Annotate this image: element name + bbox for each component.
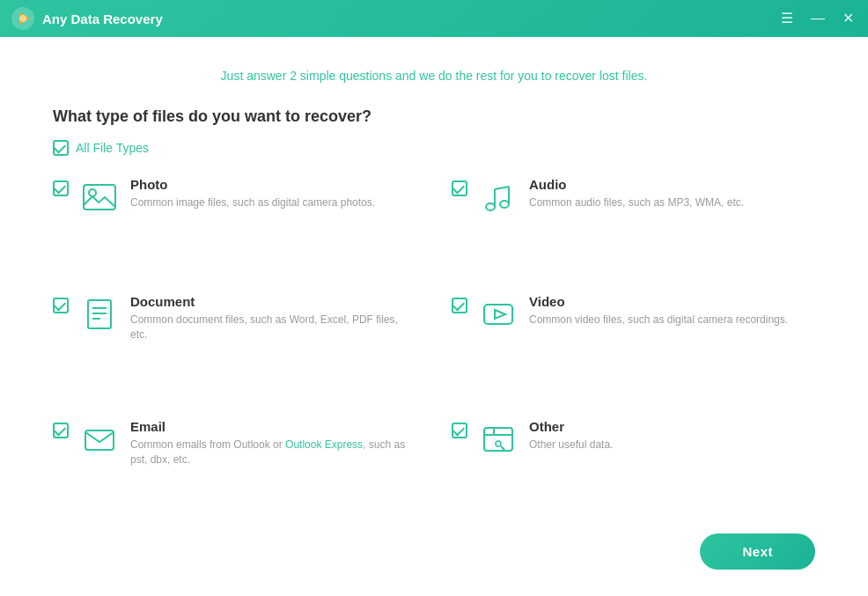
file-type-email: Email Common emails from Outlook or Outl… bbox=[53, 419, 416, 519]
maximize-button[interactable]: ☰ bbox=[777, 10, 797, 27]
document-name: Document bbox=[130, 294, 416, 309]
other-name: Other bbox=[529, 419, 815, 434]
other-checkbox[interactable] bbox=[452, 423, 467, 438]
file-type-other: Other Other useful data. bbox=[452, 419, 815, 519]
document-checkbox[interactable] bbox=[53, 298, 69, 313]
outlook-express-link[interactable]: Outlook Express bbox=[285, 438, 363, 451]
next-button[interactable]: Next bbox=[700, 533, 815, 570]
svg-rect-16 bbox=[85, 430, 114, 450]
file-type-video: Video Common video files, such as digita… bbox=[452, 294, 815, 394]
subtitle-text: Just answer 2 simple questions and we do… bbox=[53, 69, 815, 83]
video-desc: Common video files, such as digital came… bbox=[529, 313, 815, 327]
svg-marker-15 bbox=[495, 310, 505, 319]
document-desc: Common document files, such as Word, Exc… bbox=[130, 313, 416, 342]
file-type-audio: Audio Common audio files, such as MP3, W… bbox=[452, 177, 815, 269]
audio-text: Audio Common audio files, such as MP3, W… bbox=[529, 177, 815, 210]
audio-desc: Common audio files, such as MP3, WMA, et… bbox=[529, 195, 815, 210]
video-icon bbox=[478, 294, 519, 335]
titlebar-controls: ☰ — ✕ bbox=[777, 10, 857, 27]
video-checkbox[interactable] bbox=[452, 298, 467, 313]
email-desc: Common emails from Outlook or Outlook Ex… bbox=[130, 438, 416, 467]
file-types-grid: Photo Common image files, such as digita… bbox=[53, 177, 815, 519]
svg-line-9 bbox=[495, 187, 509, 189]
svg-rect-3 bbox=[84, 185, 115, 210]
minimize-button[interactable]: — bbox=[807, 10, 828, 27]
photo-desc: Common image files, such as digital came… bbox=[130, 195, 416, 210]
photo-name: Photo bbox=[130, 177, 416, 192]
svg-rect-14 bbox=[484, 305, 512, 324]
email-icon bbox=[79, 419, 120, 460]
titlebar-left: Any Data Recovery bbox=[11, 6, 163, 31]
all-file-types-row: All File Types bbox=[53, 140, 815, 156]
document-icon bbox=[79, 294, 120, 335]
audio-name: Audio bbox=[529, 177, 815, 192]
other-text: Other Other useful data. bbox=[529, 419, 815, 453]
email-name: Email bbox=[130, 419, 416, 434]
file-type-document: Document Common document files, such as … bbox=[53, 294, 416, 394]
all-file-types-checkbox[interactable] bbox=[53, 140, 69, 156]
audio-checkbox[interactable] bbox=[452, 180, 467, 196]
other-icon bbox=[478, 419, 519, 460]
app-title: Any Data Recovery bbox=[42, 11, 163, 26]
titlebar: Any Data Recovery ☰ — ✕ bbox=[0, 0, 868, 37]
main-content: Just answer 2 simple questions and we do… bbox=[0, 37, 868, 596]
svg-point-2 bbox=[19, 15, 26, 22]
svg-rect-17 bbox=[484, 428, 512, 451]
photo-checkbox[interactable] bbox=[53, 180, 69, 196]
footer: Next bbox=[53, 519, 815, 570]
video-name: Video bbox=[529, 294, 815, 309]
email-checkbox[interactable] bbox=[53, 423, 69, 438]
video-text: Video Common video files, such as digita… bbox=[529, 294, 815, 327]
app-logo-icon bbox=[11, 6, 35, 31]
file-type-photo: Photo Common image files, such as digita… bbox=[53, 177, 416, 269]
audio-icon bbox=[478, 177, 519, 217]
svg-point-5 bbox=[486, 203, 495, 210]
question-heading: What type of files do you want to recove… bbox=[53, 107, 815, 126]
photo-icon bbox=[79, 177, 120, 217]
document-text: Document Common document files, such as … bbox=[130, 294, 416, 342]
svg-point-20 bbox=[496, 441, 501, 446]
close-button[interactable]: ✕ bbox=[839, 10, 857, 27]
svg-point-6 bbox=[500, 201, 509, 208]
svg-line-21 bbox=[501, 446, 504, 450]
email-text: Email Common emails from Outlook or Outl… bbox=[130, 419, 416, 467]
other-desc: Other useful data. bbox=[529, 438, 815, 453]
all-file-types-label: All File Types bbox=[76, 141, 149, 155]
photo-text: Photo Common image files, such as digita… bbox=[130, 177, 416, 210]
